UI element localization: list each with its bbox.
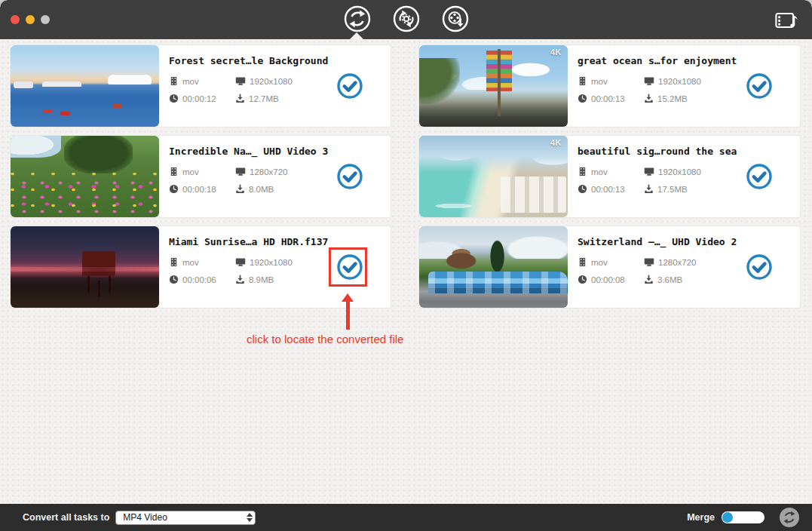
- video-title: great ocean s…for enjoyment: [578, 55, 746, 66]
- monitor-icon: [644, 76, 654, 86]
- output-format-select[interactable]: MP4 Video: [115, 511, 256, 525]
- monitor-icon: [644, 167, 654, 176]
- video-title: beautiful sig…round the sea: [578, 146, 746, 157]
- film-strip-icon: [169, 257, 179, 267]
- duration-field: 00:00:06: [169, 275, 235, 284]
- circular-arrows-icon: [343, 5, 372, 33]
- video-card: 4K beautiful sig…round the sea mov 1920x…: [419, 136, 800, 217]
- video-meta: mov 1280x720 00:00:08 3.6MB: [578, 257, 746, 284]
- size-field: 3.6MB: [644, 275, 746, 284]
- size-field: 12.7MB: [235, 94, 336, 103]
- convert-settings-tab-button[interactable]: [392, 5, 421, 33]
- format-field: mov: [578, 76, 644, 86]
- resolution-field: 1920x1080: [235, 257, 336, 267]
- download-icon: [644, 94, 654, 103]
- film-reel-download-icon: [441, 5, 470, 33]
- video-thumbnail[interactable]: [11, 45, 159, 127]
- size-field: 17.5MB: [644, 184, 746, 194]
- video-info: beautiful sig…round the sea mov 1920x108…: [568, 136, 746, 217]
- clock-icon: [578, 275, 587, 284]
- check-circle-icon: [336, 253, 363, 281]
- resolution-field: 1920x1080: [644, 167, 746, 176]
- duration-field: 00:00:08: [578, 275, 644, 284]
- toggle-knob: [722, 512, 733, 523]
- film-strip-icon: [578, 257, 587, 267]
- film-strip-icon: [169, 76, 179, 86]
- video-title: Forest secret…le Background: [169, 55, 336, 66]
- download-icon: [644, 275, 654, 284]
- video-card: Switzerland –…_ UHD Video 2 mov 1280x720…: [419, 226, 800, 308]
- video-title: Miami Sunrise…a HD HDR.f137: [169, 236, 336, 247]
- video-meta: mov 1920x1080 00:00:13 15.2MB: [578, 76, 746, 103]
- toolbar-tabs: [0, 5, 812, 33]
- size-field: 15.2MB: [644, 94, 746, 103]
- resolution-field: 1280x720: [644, 257, 746, 267]
- video-info: great ocean s…for enjoyment mov 1920x108…: [568, 45, 746, 127]
- video-card: Miami Sunrise…a HD HDR.f137 mov 1920x108…: [11, 226, 391, 308]
- size-field: 8.9MB: [235, 275, 336, 284]
- video-thumbnail[interactable]: 4K: [419, 136, 568, 217]
- resolution-field: 1920x1080: [644, 76, 746, 86]
- film-strip-icon: [578, 76, 587, 86]
- video-title: Switzerland –…_ UHD Video 2: [578, 236, 746, 247]
- format-field: mov: [169, 76, 235, 86]
- circular-arrows-icon: [779, 507, 800, 528]
- check-circle-icon: [746, 72, 773, 100]
- check-circle-icon: [336, 163, 363, 190]
- video-thumbnail[interactable]: [419, 226, 568, 308]
- video-thumbnail[interactable]: [11, 136, 159, 217]
- video-thumbnail[interactable]: 4K: [419, 45, 568, 127]
- resolution-field: 1280x720: [235, 167, 336, 176]
- gear-arrows-icon: [392, 5, 421, 33]
- video-thumbnail[interactable]: [11, 226, 159, 308]
- 4k-badge: 4K: [550, 48, 562, 57]
- monitor-icon: [644, 257, 654, 267]
- media-library-button[interactable]: [774, 10, 800, 30]
- video-meta: mov 1920x1080 00:00:06 8.9MB: [169, 257, 336, 284]
- footer-right-group: Merge: [687, 507, 800, 528]
- video-card-grid: Forest secret…le Background mov 1920x108…: [11, 45, 801, 308]
- convert-tab-button[interactable]: [343, 5, 372, 33]
- video-info: Forest secret…le Background mov 1920x108…: [159, 45, 336, 127]
- footer-bar: Convert all tasks to MP4 Video Merge: [0, 504, 812, 531]
- convert-all-label: Convert all tasks to: [23, 512, 109, 523]
- locate-converted-file-button[interactable]: [746, 163, 773, 190]
- locate-converted-file-button[interactable]: [336, 163, 363, 190]
- stepper-arrows-icon: [247, 513, 253, 522]
- monitor-icon: [235, 257, 246, 267]
- download-icon: [235, 275, 245, 284]
- resolution-field: 1920x1080: [235, 76, 336, 86]
- check-circle-icon: [336, 72, 363, 100]
- duration-field: 00:00:18: [169, 184, 235, 194]
- film-strip-icon: [169, 167, 179, 176]
- locate-converted-file-button-highlighted[interactable]: [336, 253, 363, 281]
- clock-icon: [578, 184, 587, 194]
- format-field: mov: [169, 167, 235, 176]
- clock-icon: [578, 94, 587, 103]
- video-info: Switzerland –…_ UHD Video 2 mov 1280x720…: [568, 226, 746, 308]
- locate-converted-file-button[interactable]: [336, 72, 363, 100]
- check-circle-icon: [746, 253, 773, 281]
- titlebar: [0, 0, 812, 39]
- convert-all-button[interactable]: [779, 507, 800, 528]
- video-meta: mov 1280x720 00:00:18 8.0MB: [169, 167, 336, 194]
- video-card: Forest secret…le Background mov 1920x108…: [11, 45, 391, 127]
- video-info: Miami Sunrise…a HD HDR.f137 mov 1920x108…: [159, 226, 336, 308]
- merge-label: Merge: [687, 512, 715, 523]
- download-icon: [235, 184, 245, 194]
- locate-converted-file-button[interactable]: [746, 253, 773, 281]
- video-info: Incredible Na…_ UHD Video 3 mov 1280x720…: [159, 136, 336, 217]
- video-title: Incredible Na…_ UHD Video 3: [169, 146, 336, 157]
- download-icon: [644, 184, 654, 194]
- video-card: Incredible Na…_ UHD Video 3 mov 1280x720…: [11, 136, 391, 217]
- clock-icon: [169, 94, 179, 103]
- media-download-tab-button[interactable]: [441, 5, 470, 33]
- locate-converted-file-button[interactable]: [746, 72, 773, 100]
- format-field: mov: [578, 167, 644, 176]
- monitor-icon: [235, 76, 246, 86]
- duration-field: 00:00:13: [578, 94, 644, 103]
- merge-toggle[interactable]: [722, 511, 765, 523]
- video-meta: mov 1920x1080 00:00:13 17.5MB: [578, 167, 746, 194]
- monitor-icon: [235, 167, 246, 176]
- duration-field: 00:00:13: [578, 184, 644, 194]
